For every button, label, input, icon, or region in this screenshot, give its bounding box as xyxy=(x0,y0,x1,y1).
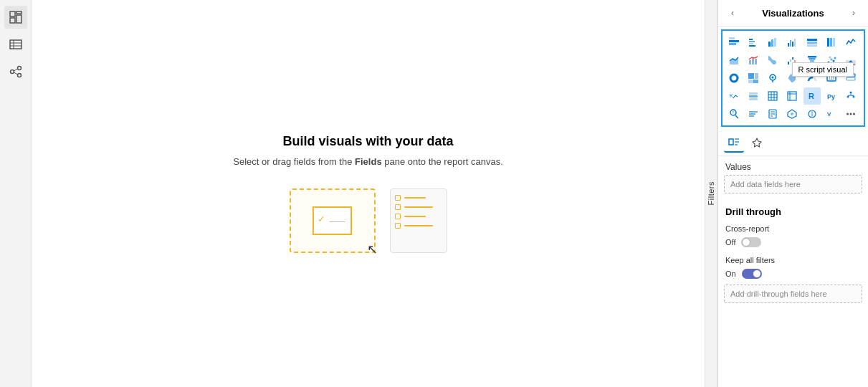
svg-rect-30 xyxy=(827,38,829,47)
svg-point-8 xyxy=(10,70,14,74)
illus-row-3 xyxy=(395,214,442,219)
keep-filters-toggle-row: On xyxy=(718,266,868,285)
r-visual-icon[interactable]: R xyxy=(803,87,821,105)
visio-icon[interactable]: V xyxy=(823,105,840,123)
svg-rect-66 xyxy=(749,95,758,97)
svg-line-82 xyxy=(848,95,851,96)
slicer-icon[interactable] xyxy=(745,87,762,105)
viz-forward-button[interactable]: › xyxy=(846,6,861,20)
illus-line-inner: —— xyxy=(330,216,345,225)
svg-rect-3 xyxy=(16,15,22,23)
svg-point-99 xyxy=(849,113,852,115)
filters-strip[interactable]: Filters xyxy=(705,0,717,387)
stacked-bar-chart-icon[interactable] xyxy=(725,34,743,51)
illus-checkbox-4 xyxy=(395,223,401,229)
svg-rect-39 xyxy=(792,57,793,59)
svg-text:Py: Py xyxy=(827,93,835,100)
100pct-stacked-bar-icon[interactable] xyxy=(803,34,821,51)
qa-visual-icon[interactable]: ? xyxy=(725,105,743,123)
keep-filters-toggle[interactable] xyxy=(742,269,762,279)
azure-map-icon[interactable] xyxy=(783,105,801,123)
svg-rect-68 xyxy=(768,92,777,100)
viz-sub-icons-row xyxy=(718,130,868,156)
svg-rect-73 xyxy=(788,92,796,100)
kpi-icon[interactable]: K xyxy=(725,87,743,105)
fields-bold: Fields xyxy=(355,156,382,167)
cross-report-toggle-row: Off xyxy=(718,234,868,253)
cross-report-label: Cross-report xyxy=(718,221,868,234)
illus-row-1 xyxy=(395,195,442,201)
values-section-label: Values xyxy=(718,156,868,175)
svg-rect-14 xyxy=(729,43,736,45)
area-chart-icon[interactable] xyxy=(725,52,743,69)
matrix-icon[interactable] xyxy=(783,87,801,105)
svg-rect-34 xyxy=(749,60,751,64)
svg-rect-24 xyxy=(790,40,791,47)
svg-rect-101 xyxy=(729,139,733,145)
svg-line-85 xyxy=(735,115,738,118)
arcgis-map-icon[interactable] xyxy=(803,105,821,123)
visualizations-panel: ‹ Visualizations › xyxy=(717,0,868,387)
svg-rect-16 xyxy=(749,39,753,40)
viz-back-button[interactable]: ‹ xyxy=(725,6,740,20)
decomp-tree-icon[interactable] xyxy=(842,87,859,105)
clustered-bar-icon[interactable] xyxy=(745,34,762,51)
svg-rect-65 xyxy=(749,92,758,95)
illus-dashed-box: ✓ —— ↖ xyxy=(290,188,376,253)
svg-rect-57 xyxy=(753,80,758,83)
svg-point-9 xyxy=(17,67,21,70)
svg-point-81 xyxy=(852,96,854,98)
main-canvas: Build visuals with your data Select or d… xyxy=(32,0,705,387)
line-and-stacked-icon[interactable] xyxy=(745,52,762,69)
cross-report-thumb xyxy=(742,238,750,247)
values-drop-zone[interactable]: Add data fields here xyxy=(724,175,862,194)
donut-chart-icon[interactable] xyxy=(725,70,743,87)
model-view-icon[interactable] xyxy=(4,60,27,83)
paginated-report-icon[interactable] xyxy=(764,105,781,123)
table-icon[interactable] xyxy=(764,87,781,105)
svg-line-12 xyxy=(14,72,17,75)
build-visual-sub-icon[interactable] xyxy=(724,133,744,153)
stacked-col-chart-icon[interactable] xyxy=(764,34,781,51)
ribbon-chart-icon[interactable] xyxy=(764,52,781,69)
illus-line-4 xyxy=(404,225,433,226)
smart-narrative-icon[interactable] xyxy=(745,105,762,123)
svg-rect-4 xyxy=(10,40,22,49)
svg-rect-20 xyxy=(768,42,771,47)
svg-rect-29 xyxy=(807,44,817,47)
100pct-stacked-col-icon[interactable] xyxy=(823,34,840,51)
svg-rect-22 xyxy=(774,38,776,47)
clustered-col-icon[interactable] xyxy=(783,34,801,51)
svg-point-98 xyxy=(846,113,849,115)
r-script-tooltip: R script visual xyxy=(792,62,854,77)
cross-report-track[interactable] xyxy=(741,237,761,247)
svg-rect-15 xyxy=(729,37,735,39)
treemap-icon[interactable] xyxy=(745,70,762,87)
viz-panel-title: Visualizations xyxy=(762,8,824,19)
svg-rect-13 xyxy=(729,40,739,42)
report-view-icon[interactable] xyxy=(4,6,27,29)
line-chart-icon[interactable] xyxy=(842,34,859,51)
illus-line-1 xyxy=(404,197,426,199)
more-visuals-icon[interactable] xyxy=(842,105,859,123)
illus-checkbox-2 xyxy=(395,204,401,210)
svg-point-80 xyxy=(846,96,849,98)
illus-row-4 xyxy=(395,223,442,229)
svg-rect-56 xyxy=(748,80,752,83)
left-sidebar xyxy=(0,0,32,387)
drill-through-drop-zone[interactable]: Add drill-through fields here xyxy=(724,285,862,303)
format-visual-sub-icon[interactable] xyxy=(747,133,767,153)
keep-filters-track[interactable] xyxy=(742,269,762,279)
build-title: Build visuals with your data xyxy=(282,134,453,149)
svg-point-49 xyxy=(834,57,836,59)
cross-report-toggle[interactable] xyxy=(741,237,761,247)
svg-text:R: R xyxy=(809,92,814,100)
svg-rect-54 xyxy=(748,73,754,79)
python-visual-icon[interactable]: Py xyxy=(823,87,840,105)
map-icon[interactable] xyxy=(764,70,781,87)
svg-text:V: V xyxy=(827,111,831,118)
svg-point-59 xyxy=(772,77,774,79)
data-view-icon[interactable] xyxy=(4,33,27,56)
svg-rect-19 xyxy=(749,45,755,47)
keep-filters-thumb xyxy=(753,269,761,278)
